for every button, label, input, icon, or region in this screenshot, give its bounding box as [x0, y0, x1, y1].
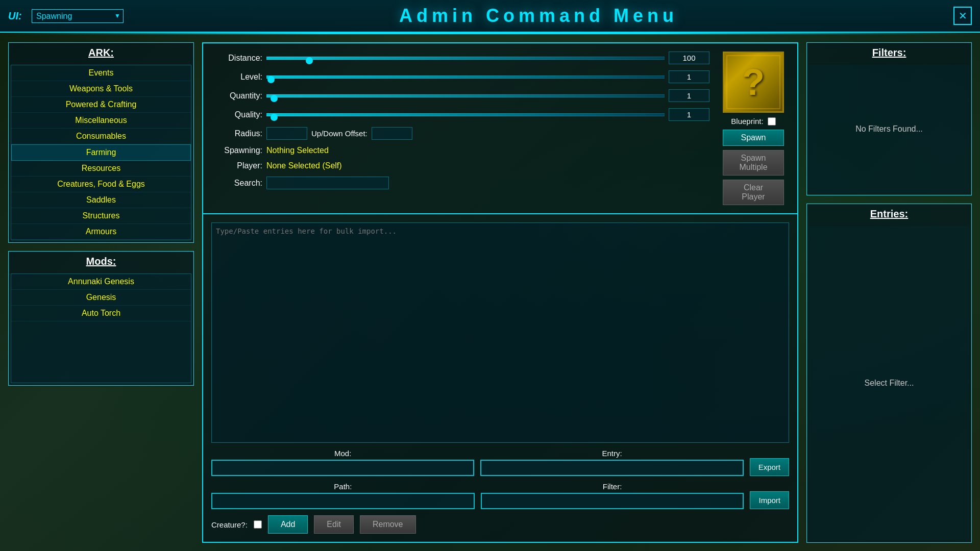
- remove-button[interactable]: Remove: [360, 515, 416, 534]
- quality-label: Quality:: [211, 110, 262, 119]
- bulk-import-textarea[interactable]: [211, 222, 789, 443]
- level-label: Level:: [211, 72, 262, 82]
- level-row: Level:: [211, 70, 709, 83]
- sidebar-item-auto-torch[interactable]: Auto Torch: [11, 306, 191, 321]
- sidebar-item-misc[interactable]: Miscellaneous: [11, 113, 191, 129]
- add-button[interactable]: Add: [268, 515, 308, 534]
- middle-panel: Distance: Level:: [202, 42, 798, 543]
- mods-list: Annunaki Genesis Genesis Auto Torch: [11, 273, 191, 383]
- quantity-row: Quantity:: [211, 89, 709, 102]
- question-mark-icon: ?: [742, 64, 765, 101]
- ark-section-header: ARK:: [9, 43, 193, 63]
- export-button[interactable]: Export: [750, 458, 789, 476]
- player-label: Player:: [211, 161, 262, 170]
- search-label: Search:: [211, 179, 262, 188]
- search-input[interactable]: [266, 177, 389, 189]
- ark-section: ARK: Events Weapons & Tools Powered & Cr…: [8, 42, 194, 243]
- mod-label: Mod:: [211, 449, 474, 458]
- edit-button[interactable]: Edit: [314, 515, 354, 534]
- filters-section: Filters: No Filters Found...: [806, 42, 972, 195]
- filter-label: Filter:: [481, 482, 744, 491]
- import-button[interactable]: Import: [750, 491, 789, 509]
- ui-dropdown[interactable]: Spawning Items Dinos Structures: [32, 9, 124, 23]
- level-slider[interactable]: [266, 76, 665, 79]
- mod-input[interactable]: [211, 460, 474, 476]
- sidebar-item-resources[interactable]: Resources: [11, 161, 191, 177]
- filters-content: No Filters Found...: [809, 65, 969, 193]
- quality-slider[interactable]: [266, 113, 665, 116]
- middle-top: Distance: Level:: [203, 43, 797, 214]
- clear-player-button[interactable]: Clear Player: [723, 180, 784, 205]
- filter-input[interactable]: [481, 493, 744, 509]
- sidebar-item-weapons[interactable]: Weapons & Tools: [11, 81, 191, 97]
- sidebar-item-armours[interactable]: Armours: [11, 224, 191, 240]
- select-filter-text: Select Filter...: [865, 379, 914, 388]
- sidebar-item-structures[interactable]: Structures: [11, 208, 191, 224]
- quality-row: Quality:: [211, 108, 709, 121]
- controls-area: Distance: Level:: [211, 52, 709, 205]
- bottom-actions: Creature?: Add Edit Remove: [211, 515, 789, 534]
- path-input[interactable]: [211, 493, 475, 509]
- updown-input[interactable]: [372, 127, 412, 140]
- entries-section: Entries: Select Filter...: [806, 204, 972, 543]
- item-icon: ?: [723, 52, 784, 113]
- sidebar-item-genesis[interactable]: Genesis: [11, 290, 191, 306]
- ark-list: Events Weapons & Tools Powered & Craftin…: [11, 65, 191, 240]
- quantity-slider[interactable]: [266, 94, 665, 97]
- blueprint-row: Blueprint:: [731, 117, 775, 126]
- blueprint-checkbox[interactable]: [768, 117, 776, 126]
- sidebar-item-annunaki[interactable]: Annunaki Genesis: [11, 274, 191, 290]
- path-field: Path:: [211, 482, 475, 509]
- form-grid: Mod: Entry: Export: [211, 449, 789, 476]
- sidebar-item-powered[interactable]: Powered & Crafting: [11, 97, 191, 113]
- quality-value-input[interactable]: [669, 108, 709, 121]
- export-import-buttons: Export: [750, 458, 789, 476]
- player-value: None Selected (Self): [266, 161, 342, 170]
- mods-section-header: Mods:: [9, 252, 193, 271]
- sidebar-item-farming[interactable]: Farming: [11, 144, 191, 161]
- distance-value-input[interactable]: [669, 52, 709, 64]
- sidebar-item-creatures[interactable]: Creatures, Food & Eggs: [11, 177, 191, 192]
- spawn-button[interactable]: Spawn: [723, 130, 784, 146]
- ui-label: UI:: [8, 10, 23, 22]
- sidebar-item-consumables[interactable]: Consumables: [11, 129, 191, 144]
- mod-field: Mod:: [211, 449, 474, 476]
- mods-section: Mods: Annunaki Genesis Genesis Auto Torc…: [8, 251, 194, 386]
- no-filters-text: No Filters Found...: [855, 124, 923, 134]
- distance-slider[interactable]: [266, 57, 665, 60]
- filters-header: Filters:: [807, 43, 971, 63]
- left-panel: ARK: Events Weapons & Tools Powered & Cr…: [8, 42, 202, 543]
- spawning-value: Nothing Selected: [266, 146, 329, 155]
- radius-row: Radius: Up/Down Offset:: [211, 127, 709, 140]
- quantity-value-input[interactable]: [669, 89, 709, 102]
- search-row: Search:: [211, 177, 709, 189]
- action-buttons: Spawn Spawn Multiple Clear Player: [723, 130, 784, 205]
- quantity-label: Quantity:: [211, 91, 262, 101]
- radius-input[interactable]: [266, 127, 307, 140]
- filter-field: Filter:: [481, 482, 744, 509]
- creature-checkbox[interactable]: [254, 520, 262, 529]
- spawn-multiple-button[interactable]: Spawn Multiple: [723, 150, 784, 176]
- form-grid-2: Path: Filter: Import: [211, 482, 789, 509]
- radius-label: Radius:: [211, 129, 262, 138]
- close-button[interactable]: ✕: [953, 7, 972, 25]
- path-label: Path:: [211, 482, 475, 491]
- entries-header: Entries:: [807, 204, 971, 224]
- right-panel: Filters: No Filters Found... Entries: Se…: [798, 42, 972, 543]
- import-button-col: Import: [750, 491, 789, 509]
- distance-row: Distance:: [211, 52, 709, 64]
- page-title: Admin Command Menu: [132, 5, 945, 27]
- entries-content: Select Filter...: [809, 226, 969, 540]
- middle-bottom: Mod: Entry: Export Path:: [203, 214, 797, 542]
- spawning-row: Spawning: Nothing Selected: [211, 146, 709, 155]
- sidebar-item-events[interactable]: Events: [11, 65, 191, 81]
- creature-label: Creature?:: [211, 520, 248, 529]
- level-value-input[interactable]: [669, 70, 709, 83]
- entry-field: Entry:: [480, 449, 743, 476]
- spawning-label: Spawning:: [211, 146, 262, 155]
- item-preview: ? Blueprint: Spawn Spawn Multiple Clear …: [718, 52, 789, 205]
- sidebar-item-saddles[interactable]: Saddles: [11, 192, 191, 208]
- player-row: Player: None Selected (Self): [211, 161, 709, 170]
- entry-input[interactable]: [480, 460, 743, 476]
- blueprint-label: Blueprint:: [731, 117, 763, 126]
